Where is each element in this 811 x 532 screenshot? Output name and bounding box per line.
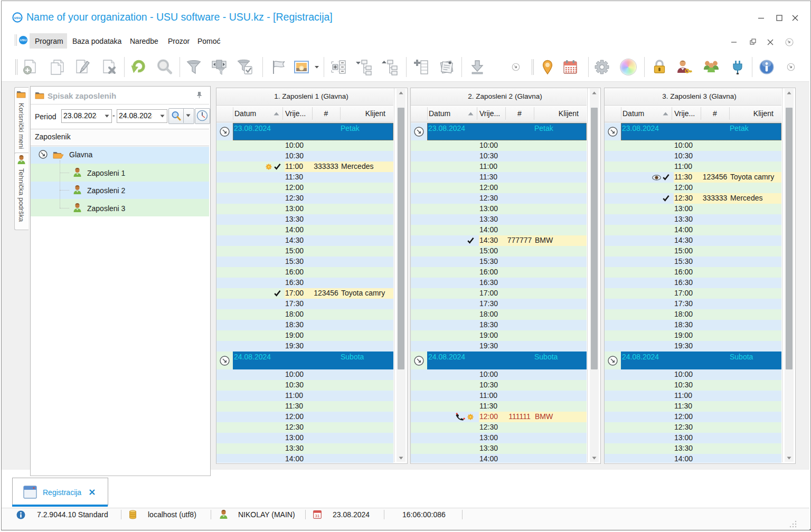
svg-text:USU: USU <box>20 39 26 42</box>
svg-text:31: 31 <box>315 514 320 518</box>
svg-text:usu: usu <box>14 16 21 20</box>
